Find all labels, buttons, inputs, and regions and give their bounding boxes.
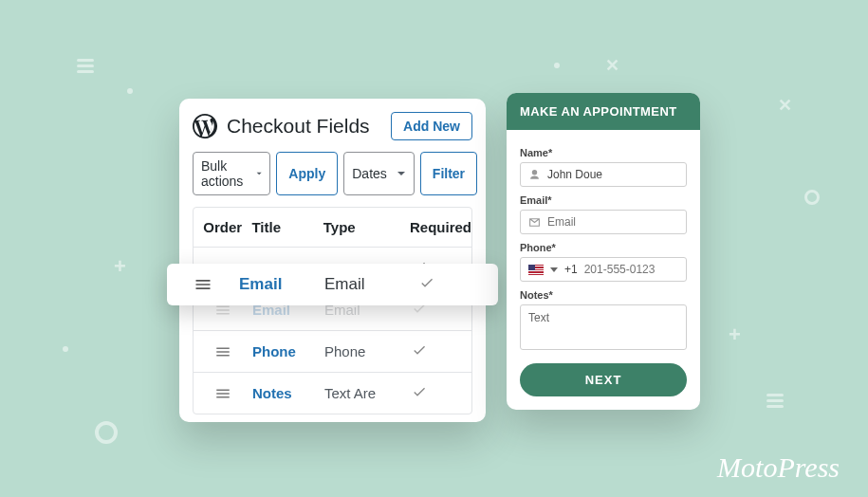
row-title-link[interactable]: Email <box>239 264 324 305</box>
chevron-down-icon <box>256 169 262 178</box>
email-input[interactable] <box>547 215 690 229</box>
row-type: Email <box>324 264 419 305</box>
decor-plus: + <box>729 322 741 347</box>
decor-dot <box>63 346 68 352</box>
decor-ring <box>804 190 820 205</box>
phone-field[interactable]: +1 <box>520 257 687 282</box>
form-body: Name* John Doue Email* Phone* +1 Notes* … <box>507 130 700 396</box>
form-heading: MAKE AN APPOINTMENT <box>507 93 700 130</box>
decor-stripes <box>766 391 784 408</box>
row-title-link[interactable]: Notes <box>252 374 324 413</box>
email-field[interactable] <box>520 210 687 234</box>
row-type: Text Are <box>324 374 412 413</box>
drag-handle-icon[interactable] <box>194 374 252 414</box>
row-title-link[interactable]: Phone <box>252 332 324 371</box>
col-required: Required <box>410 208 471 247</box>
brand-logo: MotoPress <box>717 451 840 484</box>
decor-x: ✕ <box>778 95 792 116</box>
decor-stripes <box>77 56 94 73</box>
name-field[interactable]: John Doue <box>520 162 687 187</box>
decor-dot <box>127 88 133 94</box>
filter-button[interactable]: Filter <box>420 152 477 195</box>
apply-button[interactable]: Apply <box>276 152 338 195</box>
row-type: Phone <box>324 332 412 371</box>
notes-field[interactable]: Text <box>520 304 687 350</box>
email-label: Email* <box>520 194 687 206</box>
appointment-form-card: MAKE AN APPOINTMENT Name* John Doue Emai… <box>507 93 700 410</box>
check-icon <box>412 373 471 414</box>
bulk-actions-label: Bulk actions <box>201 158 247 189</box>
phone-label: Phone* <box>520 242 687 253</box>
table-header-row: Order Title Type Required <box>194 208 471 247</box>
decor-dot <box>554 63 560 68</box>
envelope-icon <box>528 216 541 229</box>
add-new-button[interactable]: Add New <box>391 112 472 140</box>
bulk-actions-select[interactable]: Bulk actions <box>193 152 270 195</box>
drag-handle-icon[interactable] <box>194 332 252 372</box>
admin-toolbar: Bulk actions Apply Dates Filter <box>193 152 472 195</box>
dragged-row[interactable]: Email Email <box>167 264 498 305</box>
decor-ring <box>95 421 118 444</box>
dates-select[interactable]: Dates <box>343 152 415 195</box>
col-title: Title <box>251 208 323 247</box>
phone-prefix: +1 <box>564 263 578 276</box>
check-icon <box>412 331 471 372</box>
admin-title: Checkout Fields <box>227 115 381 138</box>
name-label: Name* <box>520 147 687 158</box>
us-flag-icon <box>528 265 544 275</box>
check-icon <box>419 264 498 306</box>
phone-input[interactable] <box>584 263 700 276</box>
wordpress-logo-icon <box>193 114 217 138</box>
drag-handle-icon[interactable] <box>167 264 239 305</box>
table-row[interactable]: Phone Phone <box>194 330 471 372</box>
name-value: John Doue <box>547 168 602 181</box>
decor-plus: + <box>114 254 126 279</box>
admin-card: Checkout Fields Add New Bulk actions App… <box>179 99 486 422</box>
notes-label: Notes* <box>520 289 687 301</box>
chevron-down-icon[interactable] <box>550 267 558 272</box>
next-button[interactable]: NEXT <box>520 363 687 396</box>
admin-header: Checkout Fields Add New <box>193 112 472 140</box>
col-type: Type <box>323 208 410 247</box>
decor-x: ✕ <box>605 55 619 76</box>
dates-label: Dates <box>352 166 387 181</box>
chevron-down-icon <box>397 169 406 178</box>
fields-table: Order Title Type Required Name Text Emai… <box>193 207 472 414</box>
person-icon <box>528 169 541 181</box>
col-order: Order <box>194 208 251 247</box>
table-row[interactable]: Notes Text Are <box>194 372 471 414</box>
